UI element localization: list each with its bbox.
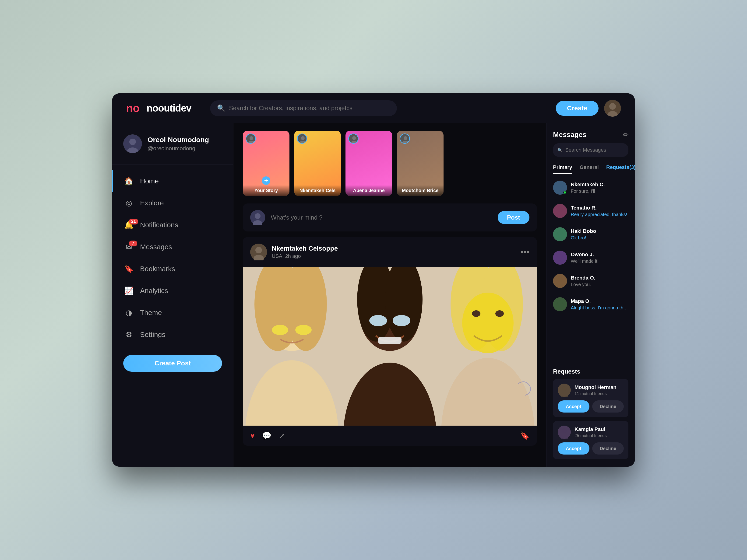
tab-requests[interactable]: Requests(3) [606,161,635,174]
sidebar-item-label-messages: Messages [140,243,172,251]
request-item-1: Mougnol Herman 11 mutual friends Accept … [553,379,628,417]
msg-content-2: Tematio R. Really appreciated, thanks! [571,205,628,217]
svg-point-30 [272,325,288,335]
sidebar-item-analytics[interactable]: 📈 Analytics [112,280,233,302]
story-avatar-3 [348,133,359,144]
post-image [243,267,537,426]
message-item-2[interactable]: Tematio R. Really appreciated, thanks! [546,199,635,222]
msg-avatar-4 [553,250,567,265]
sidebar-item-explore[interactable]: ◎ Explore [112,192,233,214]
add-story-button[interactable]: + [262,177,270,185]
comment-button[interactable]: 💬 [262,431,272,440]
search-input[interactable] [229,105,390,112]
msg-preview-4: We'll made it! [571,259,628,264]
composer-avatar [250,210,265,225]
sidebar-item-theme[interactable]: ◑ Theme [112,302,233,324]
create-button[interactable]: Create [556,101,598,116]
post-button[interactable]: Post [498,211,530,224]
svg-rect-38 [378,337,402,344]
msg-avatar-5 [553,274,567,288]
accept-button-1[interactable]: Accept [558,400,589,412]
post-actions: ♥ 💬 ↗ 🔖 [243,426,537,446]
user-avatar [123,134,142,153]
sidebar: Oreol Noumodong @oreolnoumodong 🏠 Home ◎… [112,123,233,466]
sidebar-item-bookmarks[interactable]: 🔖 Bookmarks [112,258,233,280]
tab-general[interactable]: General [579,161,599,174]
story-card-2[interactable]: Nkemtakeh Cels [294,131,341,196]
message-item-4[interactable]: Owono J. We'll made it! [546,246,635,269]
create-post-button[interactable]: Create Post [123,355,222,372]
svg-point-68 [562,428,567,433]
svg-point-20 [255,213,260,219]
sidebar-item-messages[interactable]: ✉ Messages 7 [112,236,233,258]
requests-section: Requests Mougnol Herman 11 mutual friend… [546,364,635,466]
msg-avatar-1 [553,181,567,195]
tab-primary[interactable]: Primary [553,161,572,174]
compose-icon[interactable]: ✏ [623,131,628,139]
story-overlay-2: Nkemtakeh Cels [294,185,341,196]
stories-row: + Your Story Nkemtakeh Cels Abena Jeann [243,131,537,196]
request-header-1: Mougnol Herman 11 mutual friends [558,383,624,397]
svg-point-43 [462,293,514,353]
composer-input[interactable] [271,214,492,221]
svg-point-62 [558,300,563,305]
messages-search-input[interactable] [565,147,624,153]
feed: + Your Story Nkemtakeh Cels Abena Jeann [233,123,546,466]
svg-point-2 [609,103,616,110]
user-profile[interactable]: Oreol Noumodong @oreolnoumodong [112,134,233,164]
svg-point-14 [352,136,356,140]
story-avatar-1 [246,133,256,144]
message-item-5[interactable]: Brenda O. Love you. [546,269,635,293]
message-item-3[interactable]: Haki Bobo Ok bro! [546,222,635,246]
user-name: Oreol Noumodong [148,136,209,144]
message-item-6[interactable]: Mapa O. Alright boss, I'm gonna the US b… [546,293,635,316]
logo-icon: no [126,102,143,114]
notifications-badge: 21 [129,219,138,224]
header: no nooutidev 🔍 Create [112,93,635,123]
sidebar-item-label-analytics: Analytics [140,287,168,295]
svg-point-8 [250,136,253,140]
msg-preview-3: Ok bro! [571,235,628,241]
msg-name-2: Tematio R. [571,205,628,211]
sidebar-item-notifications[interactable]: 🔔 Notifications 21 [112,214,233,236]
request-avatar-2 [558,426,571,439]
post-menu-button[interactable]: ••• [520,247,530,257]
sidebar-item-settings[interactable]: ⚙ Settings [112,324,233,346]
search-icon: 🔍 [217,104,225,112]
home-icon: 🏠 [124,177,133,186]
post-header: Nkemtakeh Celsoppe USA, 2h ago ••• [243,237,537,267]
request-actions-1: Accept Decline [558,400,624,412]
user-avatar-header[interactable] [604,100,621,117]
search-bar[interactable]: 🔍 [210,100,397,116]
messages-search[interactable]: 🔍 [553,143,628,157]
bookmark-button[interactable]: 🔖 [520,431,530,440]
share-button[interactable]: ↗ [279,431,285,440]
messages-panel: Messages ✏ 🔍 Primary General Requests(3) [546,123,635,466]
story-card-1[interactable]: + Your Story [243,131,289,196]
header-actions: Create [556,100,621,117]
messages-list: Nkemtakeh C. For sure, I'll Tematio R. R… [546,176,635,364]
sidebar-item-home[interactable]: 🏠 Home [112,170,233,192]
logo-area: no nooutidev [126,102,201,114]
messages-header: Messages ✏ [546,123,635,143]
like-button[interactable]: ♥ [250,431,255,440]
story-name-1: Your Story [246,188,287,193]
story-card-3[interactable]: Abena Jeanne [345,131,392,196]
story-name-2: Nkemtakeh Cels [297,188,338,193]
post-avatar [250,244,267,260]
request-actions-2: Accept Decline [558,443,624,455]
story-avatar-4 [400,133,410,144]
decline-button-1[interactable]: Decline [592,400,624,412]
story-avatar-2 [297,133,307,144]
post-composer: Post [243,204,537,232]
svg-point-37 [393,315,410,326]
settings-icon: ⚙ [124,330,133,339]
accept-button-2[interactable]: Accept [558,443,589,455]
svg-point-45 [495,310,504,317]
decline-button-2[interactable]: Decline [592,443,624,455]
message-item-1[interactable]: Nkemtakeh C. For sure, I'll [546,176,635,199]
story-card-4[interactable]: Moutchom Brice [397,131,443,196]
msg-preview-2: Really appreciated, thanks! [571,212,628,217]
svg-point-17 [404,136,407,140]
explore-icon: ◎ [124,198,133,208]
